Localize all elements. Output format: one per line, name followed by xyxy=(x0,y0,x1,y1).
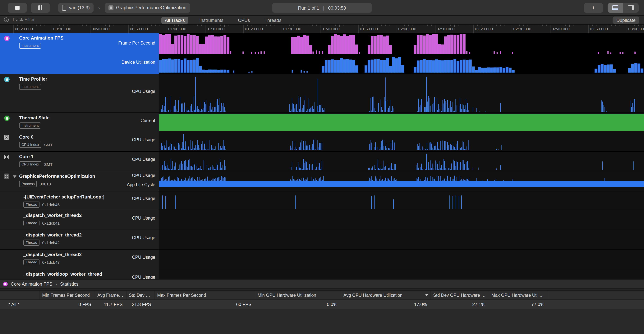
stats-header-label-column xyxy=(0,291,40,299)
subtrack-label: CPU Usage xyxy=(132,157,155,162)
track-badge: CPU Index xyxy=(19,161,42,168)
track-chart[interactable] xyxy=(159,171,644,192)
track-label-pane[interactable]: Core 1CPU IndexSMTCPU Usage xyxy=(0,152,159,171)
stats-header-std-dev-gpu-hardware-ut[interactable]: Std Dev GPU Hardware Ut… xyxy=(431,291,489,299)
tab-all-tracks[interactable]: All Tracks xyxy=(162,17,188,24)
track-head: Core 1CPU IndexSMT xyxy=(19,154,52,168)
stats-header-min-gpu-hardware-utilization[interactable]: Min GPU Hardware Utilization xyxy=(255,291,341,299)
run-divider: | xyxy=(323,5,324,11)
disclosure-triangle-icon[interactable] xyxy=(13,176,16,178)
track-row-thread-workloop[interactable]: _dispatch_workloop_worker_threadThreadCP… xyxy=(0,269,644,279)
stats-header-min-frames-per-second[interactable]: Min Frames Per Second xyxy=(40,291,95,299)
track-badge: Instrument xyxy=(19,43,41,49)
track-label-pane[interactable]: _dispatch_worker_thread2Thread0x1dcb43CP… xyxy=(0,250,159,269)
track-label-pane[interactable]: Time ProfilerInstrumentCPU Usage xyxy=(0,74,159,112)
track-row-core-1[interactable]: Core 1CPU IndexSMTCPU Usage xyxy=(0,152,644,171)
track-label-pane[interactable]: _dispatch_worker_thread2Thread0x1dcb42CP… xyxy=(0,230,159,249)
instrument-icon xyxy=(4,77,10,82)
svg-text:01:50.000: 01:50.000 xyxy=(360,27,378,31)
track-row-core-0[interactable]: Core 0CPU IndexSMTCPU Usage xyxy=(0,132,644,152)
breadcrumb-section[interactable]: Statistics xyxy=(60,281,78,287)
track-row-thread-dispatch-3[interactable]: _dispatch_worker_thread2Thread0x1dcb43CP… xyxy=(0,250,644,269)
stop-button[interactable] xyxy=(8,3,27,13)
instrument-icon xyxy=(4,116,10,121)
add-instrument-button[interactable]: + xyxy=(584,3,603,13)
toggle-bottom-pane-button[interactable] xyxy=(608,3,623,13)
track-row-thread-dispatch-2[interactable]: _dispatch_worker_thread2Thread0x1dcb42CP… xyxy=(0,230,644,250)
track-chart[interactable] xyxy=(159,269,644,279)
stats-value-min-frames-per-second: 0 FPS xyxy=(40,302,95,307)
track-head: Core 0CPU IndexSMT xyxy=(19,134,52,148)
stop-icon xyxy=(15,6,19,10)
track-chart[interactable] xyxy=(159,250,644,269)
pause-button[interactable] xyxy=(31,3,50,13)
track-chart[interactable] xyxy=(159,113,644,132)
subtrack-label: CPU Usage xyxy=(132,137,155,142)
stats-header-max-gpu-hardware-utiliza[interactable]: Max GPU Hardware Utiliza… xyxy=(489,291,548,299)
track-head: _dispatch_worker_thread2Thread0x1dcb42 xyxy=(24,232,82,246)
target-selector[interactable]: GraphicsPerformanceOptimization xyxy=(104,3,190,13)
track-title: Core 1 xyxy=(19,154,52,159)
track-row-thread-uieventfetcher[interactable]: -[UIEventFetcher setupForRunLoop:]Thread… xyxy=(0,192,644,210)
toggle-right-pane-button[interactable] xyxy=(623,3,639,13)
stats-value-min-gpu-hardware-utilization: 0.0% xyxy=(255,302,341,307)
track-badge-extra: 0x1dcb43 xyxy=(42,260,60,264)
stats-table-row[interactable]: * All *0 FPS11.7 FPS21.8 FPS60 FPS0.0%17… xyxy=(0,300,644,309)
stats-header-label: Min GPU Hardware Utilization xyxy=(258,293,316,297)
track-badges: Thread0x1dcb41 xyxy=(24,220,82,226)
breadcrumb-instrument[interactable]: Core Animation FPS xyxy=(11,281,52,287)
track-chart[interactable] xyxy=(159,74,644,112)
timeline-ruler[interactable]: 00:20.00000:30.00000:40.00000:50.00001:0… xyxy=(0,25,644,33)
track-badge: Instrument xyxy=(19,122,41,129)
detail-breadcrumb: Core Animation FPS › Statistics xyxy=(0,279,644,289)
svg-text:01:10.000: 01:10.000 xyxy=(206,27,224,31)
track-label-pane[interactable]: GraphicsPerformanceOptimizationProcess30… xyxy=(0,171,159,192)
track-chart[interactable] xyxy=(159,210,644,230)
duplicate-button[interactable]: Duplicate xyxy=(612,17,640,24)
svg-text:01:00.000: 01:00.000 xyxy=(168,27,186,31)
track-label-pane[interactable]: Thermal StateInstrumentCurrent xyxy=(0,113,159,132)
device-name: yan (13.3) xyxy=(69,5,90,10)
track-title: -[UIEventFetcher setupForRunLoop:] xyxy=(24,194,104,200)
tab-threads[interactable]: Threads xyxy=(261,17,285,24)
graph-frame-per-second xyxy=(159,34,644,54)
subtrack-label: CPU Usage xyxy=(132,216,155,220)
track-row-core-animation-fps[interactable]: Core Animation FPSInstrumentFrame Per Se… xyxy=(0,33,644,74)
track-badge: Instrument xyxy=(19,84,41,90)
track-label-pane[interactable]: Core Animation FPSInstrumentFrame Per Se… xyxy=(0,33,159,74)
toolbar: yan (13.3) › GraphicsPerformanceOptimiza… xyxy=(0,0,644,16)
track-badges: Thread0x1dcb42 xyxy=(24,240,82,246)
track-row-time-profiler[interactable]: Time ProfilerInstrumentCPU Usage xyxy=(0,74,644,113)
subtrack-label: App Life Cycle xyxy=(127,182,155,187)
track-chart[interactable] xyxy=(159,230,644,249)
track-chart[interactable] xyxy=(159,152,644,171)
track-chart[interactable] xyxy=(159,192,644,210)
track-label-pane[interactable]: _dispatch_workloop_worker_threadThreadCP… xyxy=(0,269,159,279)
stats-header-avg-frames[interactable]: Avg Frames… xyxy=(95,291,126,299)
stats-header-std-dev-fra[interactable]: Std Dev Fra… xyxy=(126,291,155,299)
device-selector[interactable]: yan (13.3) xyxy=(58,3,94,13)
track-label-pane[interactable]: -[UIEventFetcher setupForRunLoop:]Thread… xyxy=(0,192,159,210)
track-head: _dispatch_workloop_worker_threadThread xyxy=(24,271,102,279)
track-label-pane[interactable]: Core 0CPU IndexSMTCPU Usage xyxy=(0,132,159,151)
track-title: _dispatch_workloop_worker_thread xyxy=(24,271,102,277)
tab-cpus[interactable]: CPUs xyxy=(234,17,254,24)
stats-header-max-frames-per-second[interactable]: Max Frames Per Second xyxy=(155,291,255,299)
stats-header-avg-gpu-hardware-utilization[interactable]: Avg GPU Hardware Utilization xyxy=(341,291,431,299)
graph-cpu-usage xyxy=(159,232,644,248)
track-row-thread-dispatch-1[interactable]: _dispatch_worker_thread2Thread0x1dcb41CP… xyxy=(0,210,644,230)
stats-rows: * All *0 FPS11.7 FPS21.8 FPS60 FPS0.0%17… xyxy=(0,300,644,309)
track-chart[interactable] xyxy=(159,33,644,74)
track-chart[interactable] xyxy=(159,132,644,151)
track-row-thermal-state[interactable]: Thermal StateInstrumentCurrent xyxy=(0,113,644,132)
track-label-pane[interactable]: _dispatch_worker_thread2Thread0x1dcb41CP… xyxy=(0,210,159,230)
track-filter-input[interactable] xyxy=(11,17,139,23)
track-row-graphics-process[interactable]: GraphicsPerformanceOptimizationProcess30… xyxy=(0,171,644,192)
stats-header-label: Avg Frames… xyxy=(97,293,124,297)
subtrack-label: Device Utilization xyxy=(122,60,155,65)
track-badge-extra: 0x1dcb42 xyxy=(42,240,60,245)
track-badge: Thread xyxy=(24,259,40,265)
filter-bar: All Tracks Instruments CPUs Threads Dupl… xyxy=(0,16,644,25)
tab-instruments[interactable]: Instruments xyxy=(196,17,227,24)
instruments-window: yan (13.3) › GraphicsPerformanceOptimiza… xyxy=(0,0,644,334)
